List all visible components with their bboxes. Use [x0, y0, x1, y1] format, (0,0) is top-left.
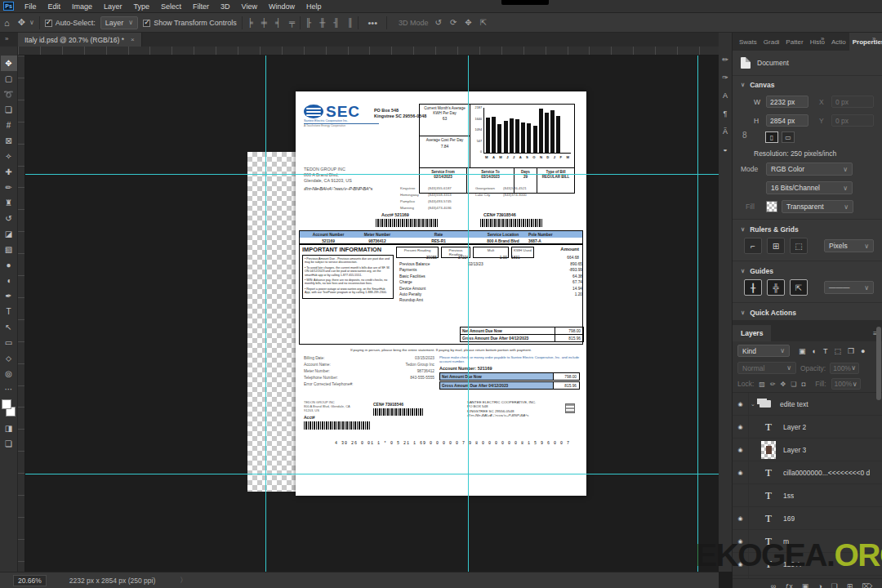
lock-pixels-icon[interactable]: ✏ — [770, 381, 776, 388]
photoshop-logo-icon[interactable]: Ps — [3, 2, 14, 11]
pan-3d-icon[interactable]: ✥ — [465, 18, 471, 27]
vertical-guide[interactable] — [697, 56, 698, 572]
layer-row[interactable]: ◉ ⌄ edite text — [733, 393, 882, 416]
crop-tool[interactable]: # — [1, 118, 17, 133]
move-tool[interactable]: ✥ — [1, 56, 17, 71]
menu-item[interactable]: 3D — [215, 2, 236, 11]
toolbar-collapse-icon[interactable]: » — [5, 35, 8, 42]
color-mode-dropdown[interactable]: RGB Color∨ — [766, 163, 853, 176]
tab-swatches[interactable]: Swats — [736, 33, 760, 51]
menu-item[interactable]: Image — [66, 2, 98, 11]
tab-history[interactable]: Histo — [807, 33, 828, 51]
brushes-panel-icon[interactable]: ✑ — [722, 74, 728, 82]
filter-adjustment-layers-icon[interactable]: ◐ — [813, 347, 817, 355]
home-icon[interactable]: ⌂ — [0, 18, 14, 28]
chevron-down-icon[interactable]: ∨ — [741, 226, 745, 233]
align-center-icon[interactable]: ╪ — [261, 18, 267, 27]
menu-item[interactable]: Edit — [42, 2, 67, 11]
layer-visibility-toggle[interactable]: ◉ — [733, 416, 749, 439]
menu-item[interactable]: Filter — [187, 2, 215, 11]
clear-guides-icon[interactable]: ⇱ — [790, 279, 808, 296]
lock-artboard-icon[interactable]: ❏ — [791, 381, 796, 388]
layer-row[interactable]: ◉ T Layer 2 — [733, 416, 882, 439]
ruler-units-dropdown[interactable]: Pixels∨ — [824, 239, 874, 252]
align-right-icon[interactable]: ╡ — [275, 18, 281, 27]
tab-patterns[interactable]: Patter — [782, 33, 806, 51]
toggle-grid-icon[interactable]: ⊞ — [767, 238, 785, 254]
canvas-height-field[interactable]: 2854 px — [766, 114, 808, 127]
filter-pin-icon[interactable]: ● — [861, 347, 865, 355]
layer-name[interactable]: Layer 3 — [783, 446, 806, 454]
horizontal-guide[interactable] — [18, 474, 719, 474]
eyedropper-tool[interactable]: ✧ — [1, 149, 17, 164]
status-chevron-icon[interactable]: 〉 — [180, 576, 187, 586]
menu-item[interactable]: Window — [263, 2, 301, 11]
quick-mask-icon[interactable]: ◨ — [1, 421, 17, 436]
libraries-panel-icon[interactable]: ◒ — [723, 145, 727, 154]
landscape-orientation-button[interactable]: ▭ — [782, 131, 795, 143]
blend-mode-dropdown[interactable]: Normal∨ — [737, 362, 796, 374]
menu-item[interactable]: Layer — [98, 2, 128, 11]
tab-layers[interactable]: Layers — [733, 325, 771, 341]
align-top-icon[interactable]: ╤ — [289, 18, 295, 27]
healing-brush-tool[interactable]: ✚ — [1, 164, 17, 180]
lock-all-icon[interactable]: ◘ — [801, 381, 805, 388]
layer-name[interactable]: 169 — [783, 514, 795, 523]
delete-layer-icon[interactable]: ⌦ — [862, 582, 872, 588]
history-panel-icon[interactable]: ✏ — [722, 56, 728, 64]
lasso-tool[interactable]: ➰ — [1, 87, 17, 102]
gradient-tool[interactable]: ▧ — [1, 242, 17, 257]
layer-name[interactable]: 1ss — [783, 492, 794, 500]
layer-name[interactable]: edite text — [780, 400, 808, 408]
auto-select-target-dropdown[interactable]: Layer∨ — [100, 16, 138, 29]
fill-swatch[interactable] — [766, 201, 777, 212]
portrait-orientation-button[interactable]: ▯ — [765, 131, 778, 143]
layer-visibility-toggle[interactable]: ◉ — [733, 576, 749, 579]
zoom-level-field[interactable]: 20.66% — [13, 575, 47, 586]
tab-gradients[interactable]: Gradi — [760, 33, 783, 51]
layer-row[interactable]: T 1ss — [733, 484, 882, 507]
layer-mask-icon[interactable]: ▣ — [802, 582, 809, 588]
layers-scrollbar[interactable] — [876, 327, 881, 400]
fill-field[interactable]: 100%∨ — [831, 378, 861, 390]
object-selection-tool[interactable]: ❏ — [1, 102, 17, 118]
more-options-icon[interactable]: ••• — [363, 18, 381, 28]
guide-style-dropdown[interactable]: ———∨ — [824, 281, 874, 294]
panel-collapse-icon[interactable]: » — [821, 35, 824, 42]
slide-3d-icon[interactable]: ⇱ — [480, 18, 487, 27]
eraser-tool[interactable]: ◪ — [1, 226, 17, 242]
orbit-3d-icon[interactable]: ↺ — [435, 18, 442, 27]
lock-transparency-icon[interactable]: ▨ — [759, 381, 765, 388]
auto-select-checkbox[interactable] — [45, 20, 52, 27]
link-dimensions-icon[interactable]: 8 — [742, 131, 747, 140]
blur-tool[interactable]: ● — [1, 257, 17, 273]
filter-shape-layers-icon[interactable]: ⬚ — [834, 347, 841, 355]
guide-layout-icon[interactable]: ╬ — [767, 279, 785, 296]
align-left-icon[interactable]: ╞ — [247, 18, 253, 27]
new-group-icon[interactable]: ❏ — [831, 582, 838, 588]
group-expand-icon[interactable]: ⌄ — [749, 401, 757, 408]
layer-row[interactable]: ◉ T 169 — [733, 507, 882, 530]
move-tool-icon[interactable]: ✥ — [14, 17, 29, 28]
bit-depth-dropdown[interactable]: 16 Bits/Channel∨ — [766, 181, 853, 194]
chevron-down-icon[interactable]: ∨ — [741, 82, 745, 88]
layer-name[interactable]: Layer 2 — [783, 423, 806, 431]
link-layers-icon[interactable]: ∞ — [771, 582, 776, 588]
layer-row[interactable]: ◉ T 01.01.1990 — [733, 576, 882, 578]
close-icon[interactable]: × — [131, 36, 135, 43]
tab-properties[interactable]: Properties — [849, 33, 882, 51]
menu-item[interactable]: Help — [301, 2, 327, 11]
toggle-rulers-icon[interactable]: ⌐ — [744, 238, 762, 254]
filter-pixel-layers-icon[interactable]: ▣ — [799, 347, 806, 355]
edit-toolbar[interactable]: ⋯ — [1, 381, 17, 397]
zoom-tool[interactable]: ◎ — [1, 366, 17, 381]
vertical-ruler[interactable] — [18, 56, 25, 572]
toggle-pixel-grid-icon[interactable]: ⬚ — [790, 238, 808, 254]
layer-name[interactable]: cilla0000000...<<<<<<<<0 d — [783, 469, 870, 477]
history-brush-tool[interactable]: ↺ — [1, 211, 17, 226]
horizontal-ruler[interactable]: 2000180016001400120010008006004002000200… — [18, 47, 719, 56]
show-transform-checkbox[interactable] — [143, 20, 150, 27]
layer-visibility-toggle[interactable]: ◉ — [733, 439, 749, 461]
frame-tool[interactable]: ⊠ — [1, 133, 17, 149]
vertical-guide[interactable] — [468, 56, 469, 572]
